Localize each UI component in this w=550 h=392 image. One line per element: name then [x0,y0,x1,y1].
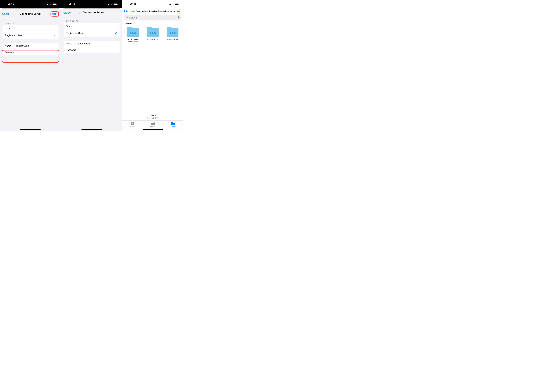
username-input[interactable] [77,42,117,45]
folder-name: Gadget Hacks's Public Folder [124,38,141,43]
username-input[interactable] [16,45,56,47]
shared-tab[interactable]: Shared [146,122,160,128]
registered-user-option[interactable]: Registered User ✓ [2,32,58,39]
svg-rect-10 [109,4,109,5]
status-time: 09:41 [4,2,14,5]
status-bar: 09:41 [61,0,122,8]
tab-label: Shared [146,126,160,128]
folder-gadgethacks[interactable]: gadgethacks [164,28,181,43]
browse-tab[interactable]: Browse [166,122,180,128]
cancel-button[interactable]: Cancel [64,11,75,14]
username-row[interactable]: Name [2,43,58,49]
username-row[interactable]: Name [64,41,120,47]
search-bar[interactable] [124,15,181,21]
guest-label: Guest [66,25,72,28]
checkmark-icon: ✓ [54,34,56,37]
svg-rect-27 [175,4,178,5]
next-highlight: Next [50,11,59,17]
connect-sheet: Cancel Connect to Server CONNECT AS Gues… [61,9,122,131]
status-bar: 09:41 [122,0,183,8]
password-row[interactable]: Password [64,47,120,53]
more-options-button[interactable] [177,9,181,14]
name-label: Name [5,45,16,47]
name-label: Name [66,42,77,45]
back-button[interactable]: Browse [126,10,135,13]
search-input[interactable] [129,16,177,19]
cellular-icon [46,4,49,5]
svg-rect-24 [170,4,170,5]
svg-rect-22 [168,5,169,5]
folder-icon [127,28,139,37]
connect-sheet: Cancel Connect to Server Next CONNECT AS… [0,9,61,131]
svg-line-21 [79,12,80,12]
svg-rect-12 [114,4,117,5]
guest-option[interactable]: Guest [2,25,58,32]
sheet-title: Connect to Server [83,11,104,14]
back-chevron-icon[interactable] [124,9,126,14]
svg-rect-8 [108,4,108,5]
password-row[interactable]: Password [2,49,58,55]
svg-rect-28 [179,4,179,5]
credentials-list: Name Password [64,41,120,53]
registered-label: Registered User [5,34,22,37]
recents-tab[interactable]: Recents [125,122,139,128]
status-icons [46,4,57,5]
status-icons [168,4,179,5]
clock-icon [125,122,139,126]
microphone-icon[interactable] [178,16,180,19]
svg-point-31 [180,11,180,12]
svg-rect-5 [53,4,56,5]
readonly-status: ✕Read-Only [122,117,183,120]
guest-option[interactable]: Guest [64,23,120,30]
svg-line-19 [79,13,80,14]
registered-label: Registered User [66,32,83,35]
battery-icon [53,4,57,5]
cancel-button[interactable]: Cancel [2,13,14,15]
screen-files-browse: 09:41 Browse [122,0,183,131]
battery-icon [114,4,118,5]
folder-icon [167,28,179,37]
cellular-icon [107,4,110,5]
svg-rect-9 [108,4,109,5]
svg-rect-41 [171,123,175,125]
screen-connect-loading: 09:41 Cancel [61,0,122,131]
sheet-navbar: Cancel Connect to Server [61,9,122,16]
svg-rect-25 [170,4,171,5]
wifi-icon [50,4,52,5]
password-label: Password [66,49,77,51]
folder-name: Macintosh HD [144,38,161,41]
svg-rect-23 [169,4,169,5]
svg-rect-7 [107,5,107,5]
registered-user-option[interactable]: Registered User ✓ [64,30,120,37]
status-time: 09:41 [126,2,136,5]
svg-rect-13 [118,4,118,5]
battery-icon [175,4,179,5]
password-input[interactable] [16,51,56,54]
connect-as-label: CONNECT AS [61,16,122,23]
tab-label: Browse [166,126,180,128]
folder-public[interactable]: Gadget Hacks's Public Folder [124,28,141,43]
nav-header: Browse GadgetHacks-MacBook-Pro.local [122,8,183,14]
home-indicator[interactable] [81,129,102,130]
password-input[interactable] [77,49,117,51]
sheet-navbar: Cancel Connect to Server Next [0,9,61,18]
wifi-icon [111,4,113,5]
tab-label: Recents [125,126,139,128]
guest-label: Guest [5,27,11,30]
home-indicator[interactable] [143,129,163,130]
next-button[interactable]: Next [52,13,57,15]
home-indicator[interactable] [20,129,41,130]
password-label: Password [5,51,16,54]
x-icon: ✕ [147,117,149,119]
svg-point-30 [179,11,180,12]
next-button-wrap: Next [48,11,59,17]
cellular-icon [168,4,171,5]
connect-as-list: Guest Registered User ✓ [2,25,58,39]
location-title: GadgetHacks-MacBook-Pro.local [136,10,177,13]
svg-line-15 [81,12,81,12]
folder-name: gadgethacks [164,38,181,41]
connect-as-label: CONNECT AS [0,18,61,25]
folder-macintosh-hd[interactable]: Macintosh HD [144,28,161,43]
wifi-icon [172,4,174,5]
folder-icon [147,28,159,37]
